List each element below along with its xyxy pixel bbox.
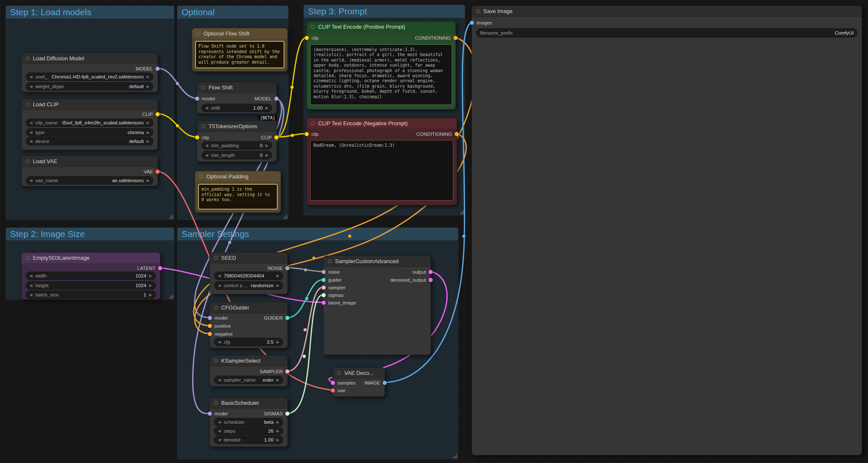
output-slot-sigmas[interactable]: SIGMAS [264, 411, 289, 416]
input-slot-model[interactable]: model [208, 411, 228, 416]
noise-output-dot[interactable] [285, 266, 289, 270]
node-basic-scheduler[interactable]: BasicScheduler model SIGMAS ◀ scheduler … [209, 397, 288, 447]
node-load-vae[interactable]: Load VAE VAE ◀ vae_name ae.safetensors ▶ [21, 156, 158, 186]
decrement-arrow-icon[interactable]: ◀ [218, 283, 221, 288]
increment-arrow-icon[interactable]: ▶ [149, 283, 152, 288]
output-slot-clip[interactable]: CLIP [142, 112, 160, 117]
widget-steps[interactable]: ◀ steps 26 ▶ [214, 427, 283, 435]
conditioning-output-dot[interactable] [453, 36, 458, 40]
widget-seed-value[interactable]: ◀ 798004928304404 ▶ [214, 272, 283, 280]
node-seed[interactable]: SEED NOISE ◀ 798004928304404 ▶ ◀ control… [209, 252, 288, 294]
decrement-arrow-icon[interactable]: ◀ [218, 378, 221, 382]
collapse-dot-icon[interactable] [26, 256, 29, 260]
increment-arrow-icon[interactable]: ▶ [276, 438, 279, 442]
collapse-dot-icon[interactable] [201, 86, 205, 89]
output-slot-denoised-output[interactable]: denoised_output [390, 277, 433, 283]
input-slot-clip[interactable]: clip [305, 35, 319, 40]
decrement-arrow-icon[interactable]: ◀ [218, 429, 221, 433]
input-slot-clip[interactable]: clip [195, 135, 209, 140]
clip-input-dot[interactable] [305, 36, 309, 40]
collapse-dot-icon[interactable] [214, 306, 218, 310]
widget-batch-size[interactable]: ◀ batch_size 1 ▶ [26, 291, 156, 299]
node-header[interactable]: SamplerCustomAdvanced [324, 256, 431, 267]
group-step2-titlebar[interactable]: Step 2: Image Size [6, 228, 174, 240]
widget-sampler-name[interactable]: ◀ sampler_name euler ▶ [214, 376, 283, 384]
conditioning-input-dot[interactable] [208, 332, 212, 336]
group-step1-titlebar[interactable]: Step 1: Load models [6, 6, 174, 19]
decrement-arrow-icon[interactable]: ◀ [218, 274, 221, 278]
node-note-optional-padding[interactable]: Optional Padding min_padding 1 is the of… [195, 171, 281, 213]
sampler-output-dot[interactable] [285, 369, 289, 374]
collapse-dot-icon[interactable] [196, 32, 200, 35]
node-load-diffusion-model[interactable]: Load Diffusion Model MODEL ◀ unet_... Ch… [21, 53, 158, 92]
output-slot-latent[interactable]: LATENT [137, 266, 162, 271]
widget-cfg[interactable]: ◀ cfg 3.5 ▶ [214, 338, 283, 346]
group-sampler-settings-titlebar[interactable]: Sampler Settings [177, 228, 458, 240]
clip-output-dot[interactable] [155, 112, 160, 116]
increment-arrow-icon[interactable]: ▶ [276, 429, 279, 433]
group-optional-titlebar[interactable]: Optional [177, 6, 288, 19]
increment-arrow-icon[interactable]: ▶ [265, 106, 268, 110]
note-text[interactable]: min_padding 1 is the official way. setti… [198, 184, 278, 210]
node-header[interactable]: Save Image [472, 6, 862, 17]
increment-arrow-icon[interactable]: ▶ [276, 420, 279, 424]
collapse-dot-icon[interactable] [199, 175, 203, 178]
model-input-dot[interactable] [208, 412, 212, 416]
node-cfg-guider[interactable]: CFGGuider model GUIDER positive negative [209, 302, 288, 348]
output-slot-conditioning[interactable]: CONDITIONING [415, 35, 458, 40]
widget-denoise[interactable]: ◀ denoise 1.00 ▶ [214, 436, 283, 444]
negative-prompt-textarea[interactable]: BadDream, (UnrealisticDream:1.3) [310, 140, 453, 201]
input-slot-guider[interactable]: guider [321, 277, 342, 283]
group-step3-titlebar[interactable]: Step 3: Prompt [304, 5, 465, 18]
increment-arrow-icon[interactable]: ▶ [147, 84, 150, 89]
node-vae-decode[interactable]: VAE Deco... samples IMAGE vae [332, 367, 385, 397]
node-sampler-custom-advanced[interactable]: SamplerCustomAdvanced noise output guide… [323, 256, 431, 355]
decrement-arrow-icon[interactable]: ◀ [29, 178, 32, 183]
input-slot-model[interactable]: model [195, 96, 215, 101]
vae-output-dot[interactable] [155, 170, 160, 174]
node-load-clip[interactable]: Load CLIP CLIP ◀ clip_name t5xxl_fp8_e4m… [21, 99, 158, 150]
collapse-dot-icon[interactable] [26, 159, 29, 163]
conditioning-input-dot[interactable] [208, 324, 212, 328]
input-slot-noise[interactable]: noise [321, 269, 340, 275]
node-ksampler-select[interactable]: KSamplerSelect SAMPLER ◀ sampler_name eu… [209, 355, 288, 387]
node-header[interactable]: BasicScheduler [210, 398, 287, 409]
decrement-arrow-icon[interactable]: ◀ [29, 274, 32, 278]
input-slot-sampler[interactable]: sampler [321, 285, 346, 290]
decrement-arrow-icon[interactable]: ◀ [218, 340, 221, 344]
increment-arrow-icon[interactable]: ▶ [147, 178, 150, 183]
input-slot-negative[interactable]: negative [208, 331, 233, 336]
decrement-arrow-icon[interactable]: ◀ [218, 438, 221, 442]
node-t5-tokenizer-options[interactable]: T5TokenizerOptions clip CLIP ◀ min_paddi… [197, 121, 277, 162]
model-output-dot[interactable] [155, 67, 160, 71]
increment-arrow-icon[interactable]: ▶ [149, 274, 152, 278]
clip-input-dot[interactable] [305, 132, 309, 136]
decrement-arrow-icon[interactable]: ◀ [29, 293, 32, 297]
widget-clip-name[interactable]: ◀ clip_name t5xxl_fp8_e4m3fn_scaled.safe… [26, 118, 153, 127]
collapse-dot-icon[interactable] [311, 121, 315, 125]
latent-output-dot[interactable] [429, 270, 433, 274]
widget-min-padding[interactable]: ◀ min_padding 0 ▶ [201, 141, 272, 150]
sampler-input-dot[interactable] [321, 285, 326, 290]
node-header[interactable]: CLIP Text Encode (Negative Prompt) [307, 118, 457, 129]
conditioning-output-dot[interactable] [455, 132, 459, 136]
node-header[interactable]: VAE Deco... [333, 368, 385, 379]
latent-input-dot[interactable] [321, 301, 326, 305]
increment-arrow-icon[interactable]: ▶ [265, 143, 268, 148]
positive-prompt-textarea[interactable]: (masterpiece), (extremely intricate:1.3)… [310, 44, 452, 105]
sigmas-input-dot[interactable] [321, 293, 326, 297]
image-output-dot[interactable] [383, 381, 387, 385]
input-slot-positive[interactable]: positive [208, 323, 231, 328]
model-output-dot[interactable] [274, 97, 279, 101]
node-clip-text-encode-positive[interactable]: CLIP Text Encode (Positive Prompt) clip … [306, 21, 456, 110]
decrement-arrow-icon[interactable]: ◀ [205, 143, 208, 148]
input-slot-samples[interactable]: samples [331, 380, 356, 385]
widget-unet-name[interactable]: ◀ unet_... Chroma1-HD-fp8_scaled_rev2.sa… [26, 73, 153, 81]
input-slot-sigmas[interactable]: sigmas [321, 293, 343, 298]
node-flow-shift[interactable]: Flow Shift model MODEL ◀ shift 1.00 ▶ [197, 82, 277, 114]
node-header[interactable]: Optional Flow Shift [192, 28, 287, 39]
increment-arrow-icon[interactable]: ▶ [147, 139, 150, 143]
decrement-arrow-icon[interactable]: ◀ [218, 420, 221, 424]
guider-input-dot[interactable] [321, 278, 326, 282]
increment-arrow-icon[interactable]: ▶ [276, 274, 279, 278]
